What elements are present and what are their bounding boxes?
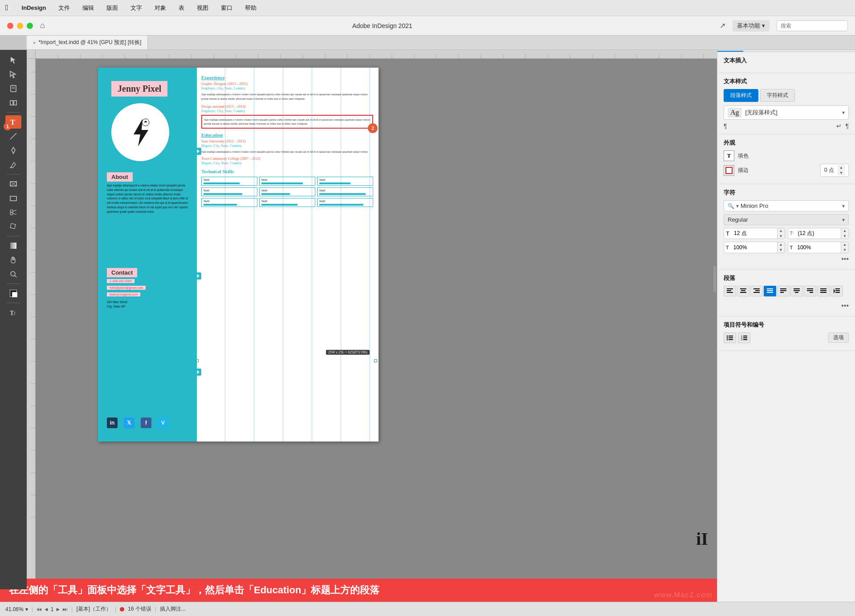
size-up[interactable]: ▲ bbox=[778, 228, 785, 234]
font-style-dropdown[interactable]: Regular ▾ bbox=[724, 214, 849, 225]
page-tool[interactable] bbox=[5, 82, 21, 95]
align-justify-all[interactable] bbox=[817, 286, 830, 296]
stroke-up[interactable]: ▲ bbox=[838, 165, 845, 170]
workspace-selector[interactable]: 基本功能 ▾ bbox=[733, 20, 770, 32]
leading-up[interactable]: ▲ bbox=[841, 228, 848, 234]
menu-help[interactable]: 帮助 bbox=[242, 3, 259, 13]
tab-close-icon[interactable]: × bbox=[33, 40, 36, 45]
search-input[interactable] bbox=[777, 20, 848, 31]
menu-view[interactable]: 视图 bbox=[194, 3, 211, 13]
gap-tool[interactable] bbox=[5, 96, 21, 109]
align-justify-last-left[interactable] bbox=[777, 286, 790, 296]
twitter-icon[interactable]: 𝕏 bbox=[124, 417, 134, 428]
type-tool[interactable]: T 1 bbox=[5, 115, 21, 129]
close-window-button[interactable] bbox=[7, 23, 13, 29]
fullscreen-window-button[interactable] bbox=[27, 23, 33, 29]
align-center-button[interactable] bbox=[737, 286, 749, 296]
skills-heading: Technical Skills bbox=[201, 169, 373, 174]
menu-layout[interactable]: 版面 bbox=[104, 3, 121, 13]
apple-menu[interactable]:  bbox=[5, 3, 8, 12]
scissors-tool[interactable] bbox=[5, 206, 21, 219]
linkedin-icon[interactable]: in bbox=[107, 417, 118, 428]
font-dropdown[interactable]: 🔍 ▾ Minion Pro ▾ bbox=[724, 200, 849, 211]
canvas-scrollbar[interactable] bbox=[713, 266, 716, 292]
page-first-button[interactable]: ⏮ bbox=[37, 606, 42, 612]
v-scale-stepper[interactable]: ▲ ▼ bbox=[841, 242, 848, 252]
zoom-control[interactable]: 41.06% ▾ bbox=[5, 606, 28, 612]
vscale-up[interactable]: ▲ bbox=[841, 242, 848, 247]
character-style-button[interactable]: 字符样式 bbox=[760, 89, 795, 102]
hscale-up[interactable]: ▲ bbox=[778, 242, 785, 247]
leading-input[interactable]: Tⁱ ▲ ▼ bbox=[788, 228, 849, 239]
paragraph-more-options[interactable]: ••• bbox=[724, 300, 849, 312]
align-indent[interactable] bbox=[831, 286, 843, 296]
document-page: Jenny Pixel About Ape explign atiumquunt… bbox=[98, 68, 379, 442]
h-scale-input[interactable]: T ▲ ▼ bbox=[724, 242, 785, 253]
zoom-tool[interactable] bbox=[5, 267, 21, 281]
stroke-stepper[interactable]: ▲ ▼ bbox=[838, 165, 845, 175]
share-icon[interactable]: ↗ bbox=[720, 21, 725, 30]
gradient-tool[interactable] bbox=[5, 239, 21, 252]
selection-tool[interactable] bbox=[5, 53, 21, 67]
paragraph-style-button[interactable]: 段落样式 bbox=[724, 89, 758, 102]
transform-tool[interactable] bbox=[5, 220, 21, 233]
hand-tool[interactable] bbox=[5, 253, 21, 267]
menu-edit[interactable]: 编辑 bbox=[80, 3, 97, 13]
menu-type[interactable]: 文字 bbox=[128, 3, 145, 13]
zoom-down-arrow[interactable]: ▾ bbox=[25, 606, 28, 612]
menu-table[interactable]: 表 bbox=[176, 3, 187, 13]
minimize-window-button[interactable] bbox=[17, 23, 23, 29]
font-size-input[interactable]: T ▲ ▼ bbox=[724, 228, 785, 239]
list-options-button[interactable]: 选项 bbox=[828, 332, 849, 343]
align-justify-button[interactable] bbox=[764, 286, 776, 296]
page-next-button[interactable]: ► bbox=[55, 606, 61, 612]
rectangle-frame-tool[interactable] bbox=[5, 177, 21, 190]
v-scale-input[interactable]: T ▲ ▼ bbox=[788, 242, 849, 253]
hscale-down[interactable]: ▼ bbox=[778, 247, 785, 253]
menu-file[interactable]: 文件 bbox=[56, 3, 73, 13]
document-tab[interactable]: × *Import_text.indd @ 41% [GPU 预览] [转换] bbox=[27, 36, 148, 49]
direct-selection-tool[interactable] bbox=[5, 68, 21, 81]
paragraph-controls: ¶ ↵ ¶ bbox=[724, 122, 849, 130]
v-scale-field[interactable] bbox=[794, 243, 841, 252]
h-scale-stepper[interactable]: ▲ ▼ bbox=[777, 242, 785, 252]
h-scale-field[interactable] bbox=[731, 243, 777, 252]
font-size-stepper[interactable]: ▲ ▼ bbox=[777, 228, 785, 239]
pen-tool[interactable] bbox=[5, 144, 21, 157]
align-justify-last-center[interactable] bbox=[790, 286, 803, 296]
leading-field[interactable] bbox=[795, 229, 841, 238]
menu-indesign[interactable]: InDesign bbox=[19, 4, 49, 12]
leading-down[interactable]: ▼ bbox=[841, 234, 848, 239]
numbered-list-button[interactable]: 1. 2. 3. bbox=[738, 332, 750, 343]
menu-window[interactable]: 窗口 bbox=[218, 3, 235, 13]
type-tool-bottom[interactable]: T I bbox=[5, 306, 21, 319]
stroke-down[interactable]: ▼ bbox=[838, 170, 845, 176]
size-down[interactable]: ▼ bbox=[778, 234, 785, 239]
vscale-down[interactable]: ▼ bbox=[841, 247, 848, 253]
svg-text:3.: 3. bbox=[741, 338, 743, 340]
line-tool[interactable] bbox=[5, 130, 21, 143]
stroke-value[interactable]: 0 点 ▲ ▼ bbox=[820, 164, 849, 177]
home-icon[interactable]: ⌂ bbox=[40, 21, 45, 30]
align-right-button[interactable] bbox=[750, 286, 763, 296]
align-left-button[interactable] bbox=[724, 286, 736, 296]
menu-object[interactable]: 对象 bbox=[152, 3, 169, 13]
align-justify-last-right[interactable] bbox=[804, 286, 816, 296]
leading-stepper[interactable]: ▲ ▼ bbox=[841, 228, 848, 239]
color-fill-tool[interactable] bbox=[5, 287, 21, 300]
svg-rect-92 bbox=[807, 288, 813, 289]
paragraph-style-dropdown[interactable]: Ag [无段落样式] ▾ bbox=[724, 105, 849, 120]
style-buttons: 段落样式 字符样式 bbox=[724, 89, 849, 102]
skill-3: Skill bbox=[317, 177, 373, 186]
page-prev-button[interactable]: ◄ bbox=[44, 606, 49, 612]
svg-rect-82 bbox=[753, 292, 760, 293]
vimeo-icon[interactable]: V bbox=[158, 417, 168, 428]
page-last-button[interactable]: ⏭ bbox=[62, 606, 68, 612]
character-more-options[interactable]: ••• bbox=[724, 253, 849, 265]
font-size-field[interactable] bbox=[731, 229, 777, 238]
traffic-lights: ⌂ bbox=[7, 21, 45, 30]
rectangle-tool[interactable] bbox=[5, 191, 21, 205]
bullet-list-button[interactable] bbox=[724, 332, 736, 343]
pencil-tool[interactable] bbox=[5, 158, 21, 171]
facebook-icon[interactable]: f bbox=[141, 417, 151, 428]
